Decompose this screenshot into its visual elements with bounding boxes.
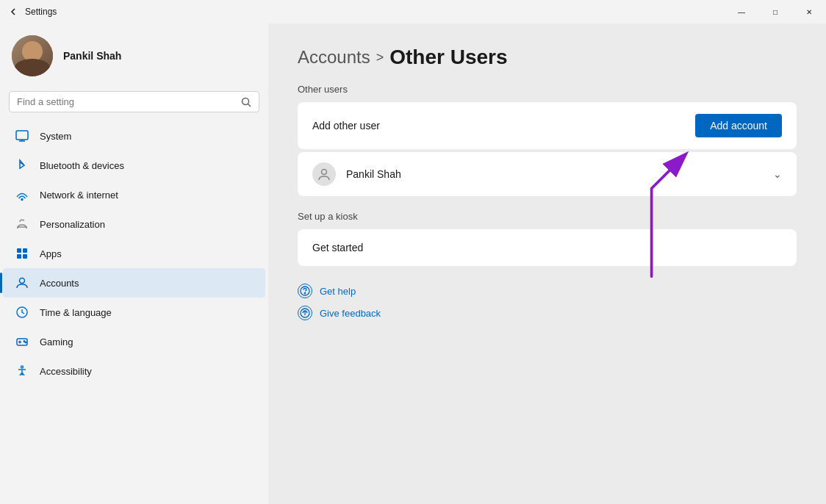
sidebar-item-bluetooth[interactable]: Bluetooth & devices (3, 151, 265, 180)
breadcrumb-current: Other Users (389, 46, 507, 69)
other-users-section-label: Other users (298, 84, 797, 95)
title-bar: Settings — □ ✕ (0, 0, 826, 24)
close-button[interactable]: ✕ (792, 0, 826, 24)
give-feedback-link[interactable]: Give feedback (298, 306, 797, 320)
sidebar-label-bluetooth: Bluetooth & devices (40, 160, 124, 171)
svg-point-5 (21, 199, 23, 201)
sidebar-label-personalization: Personalization (40, 219, 105, 230)
give-feedback-icon (298, 306, 312, 320)
get-started-text: Get started (312, 242, 363, 253)
search-icon (241, 97, 251, 107)
sidebar-item-apps[interactable]: Apps (3, 239, 265, 268)
add-user-row: Add other user Add account (298, 102, 797, 149)
sidebar-item-accessibility[interactable]: Accessibility (3, 356, 265, 386)
user-avatar-small (312, 162, 336, 186)
sidebar-item-network[interactable]: Network & internet (3, 180, 265, 209)
personalization-icon (15, 217, 29, 231)
sidebar-label-gaming: Gaming (40, 336, 73, 348)
svg-point-0 (243, 98, 249, 104)
user-name: Pankil Shah (63, 50, 121, 62)
gaming-icon (15, 334, 29, 349)
user-row-left: Pankil Shah (312, 162, 401, 186)
sidebar-label-time: Time & language (40, 307, 112, 318)
apps-icon (15, 246, 29, 261)
sidebar-label-apps: Apps (40, 248, 62, 259)
sidebar-label-network: Network & internet (40, 190, 118, 201)
search-box[interactable] (9, 91, 259, 112)
content-area: Accounts > Other Users Other users Add o… (268, 24, 826, 504)
get-help-label: Get help (320, 286, 356, 297)
title-bar-left: Settings (9, 7, 57, 17)
svg-point-21 (304, 292, 305, 293)
app-body: Pankil Shah System (0, 24, 826, 504)
svg-rect-8 (23, 248, 27, 253)
svg-rect-9 (17, 254, 21, 259)
user-row[interactable]: Pankil Shah ⌄ (298, 152, 797, 196)
help-links: Get help Give feedback (298, 284, 797, 320)
svg-point-11 (20, 278, 25, 284)
sidebar-label-accessibility: Accessibility (40, 366, 92, 377)
chevron-down-icon[interactable]: ⌄ (773, 168, 782, 180)
sidebar-item-time[interactable]: Time & language (3, 298, 265, 327)
add-other-user-label: Add other user (312, 120, 380, 132)
get-started-card[interactable]: Get started (298, 229, 797, 266)
svg-rect-10 (23, 254, 27, 259)
breadcrumb-parent[interactable]: Accounts (298, 47, 370, 68)
give-feedback-label: Give feedback (320, 308, 381, 319)
network-icon (15, 187, 29, 202)
add-account-button[interactable]: Add account (695, 114, 782, 137)
sidebar: Pankil Shah System (0, 24, 268, 504)
avatar (12, 35, 53, 76)
minimize-button[interactable]: — (725, 0, 758, 24)
kiosk-section-label: Set up a kiosk (298, 211, 797, 222)
svg-rect-7 (17, 248, 21, 253)
sidebar-item-gaming[interactable]: Gaming (3, 327, 265, 356)
sidebar-item-personalization[interactable]: Personalization (3, 209, 265, 239)
svg-point-16 (24, 341, 25, 342)
back-icon[interactable] (9, 7, 18, 16)
sidebar-label-system: System (40, 131, 71, 142)
bluetooth-icon (15, 158, 29, 173)
add-user-card: Add other user Add account (298, 102, 797, 149)
sidebar-label-accounts: Accounts (40, 278, 79, 289)
accounts-icon (15, 276, 29, 290)
get-help-link[interactable]: Get help (298, 284, 797, 298)
svg-rect-2 (16, 131, 28, 140)
time-icon (15, 305, 29, 320)
svg-point-18 (21, 366, 24, 368)
svg-point-19 (322, 170, 327, 175)
svg-line-1 (248, 104, 251, 107)
get-help-icon (298, 284, 312, 298)
svg-point-17 (25, 342, 26, 343)
search-input[interactable] (17, 96, 235, 107)
accessibility-icon (15, 364, 29, 378)
window-controls: — □ ✕ (725, 0, 826, 24)
user-row-name: Pankil Shah (346, 168, 401, 180)
maximize-button[interactable]: □ (758, 0, 792, 24)
sidebar-item-system[interactable]: System (3, 121, 265, 151)
user-profile[interactable]: Pankil Shah (0, 24, 268, 91)
users-card: Pankil Shah ⌄ (298, 152, 797, 196)
window-title: Settings (25, 7, 57, 17)
sidebar-item-accounts[interactable]: Accounts (3, 268, 265, 298)
system-icon (15, 129, 29, 143)
breadcrumb-chevron: > (376, 50, 384, 65)
content-wrapper: Accounts > Other Users Other users Add o… (298, 46, 797, 320)
breadcrumb: Accounts > Other Users (298, 46, 797, 69)
